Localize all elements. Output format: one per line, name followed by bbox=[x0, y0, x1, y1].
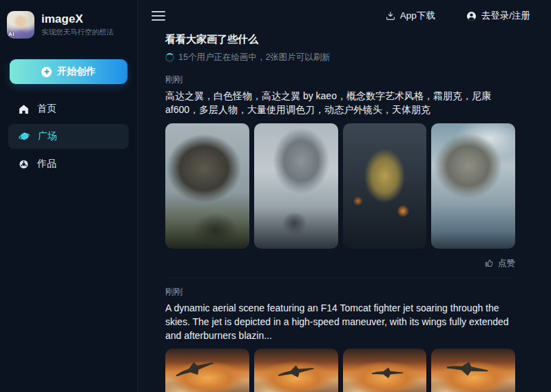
plus-circle-icon bbox=[41, 67, 52, 77]
main-area: App下载 去登录/注册 看看大家画了些什么 15个用户正在绘画中，2张图片可以… bbox=[138, 0, 551, 392]
brand: AI imageX 实现您天马行空的想法 bbox=[0, 7, 137, 41]
feed: 看看大家画了些什么 15个用户正在绘画中，2张图片可以刷新 刚刚 高达之翼，白色… bbox=[138, 32, 551, 392]
planet-icon bbox=[18, 130, 30, 143]
user-icon bbox=[466, 10, 477, 22]
post-image-grid bbox=[165, 349, 515, 392]
download-icon bbox=[385, 10, 396, 21]
post-prompt: 高达之翼，白色怪物，高达之翼 by kaeo，概念数字艺术风格，霜朋克，尼康 a… bbox=[165, 90, 515, 117]
sidebar-item-label: 首页 bbox=[37, 103, 56, 115]
feed-post: 刚刚 A dynamic aerial scene featuring an F… bbox=[165, 278, 515, 392]
generated-image[interactable] bbox=[254, 123, 338, 249]
home-icon bbox=[18, 103, 30, 115]
sidebar-item-home[interactable]: 首页 bbox=[8, 96, 129, 121]
menu-icon[interactable] bbox=[152, 11, 165, 21]
generated-image[interactable] bbox=[165, 123, 249, 249]
generated-image[interactable] bbox=[254, 349, 338, 392]
sidebar-item-label: 作品 bbox=[37, 158, 56, 170]
feed-post: 刚刚 高达之翼，白色怪物，高达之翼 by kaeo，概念数字艺术风格，霜朋克，尼… bbox=[165, 74, 515, 269]
topbar: App下载 去登录/注册 bbox=[138, 0, 551, 32]
login-register-button[interactable]: 去登录/注册 bbox=[466, 10, 530, 22]
generated-image[interactable] bbox=[431, 349, 515, 392]
sidebar-item-works[interactable]: 作品 bbox=[8, 152, 129, 176]
works-icon bbox=[18, 158, 30, 170]
status-row: 15个用户正在绘画中，2张图片可以刷新 bbox=[165, 52, 515, 63]
generated-image[interactable] bbox=[343, 123, 427, 249]
ai-badge: AI bbox=[8, 31, 14, 37]
sidebar-item-label: 广场 bbox=[38, 130, 57, 143]
app-download-label: App下载 bbox=[400, 10, 435, 22]
page-title: 看看大家画了些什么 bbox=[165, 33, 515, 46]
post-timestamp: 刚刚 bbox=[165, 287, 515, 298]
post-image-grid bbox=[165, 123, 515, 249]
post-timestamp: 刚刚 bbox=[165, 74, 515, 86]
sidebar: AI imageX 实现您天马行空的想法 开始创作 首页 广场 bbox=[0, 0, 138, 392]
generated-image[interactable] bbox=[431, 123, 515, 249]
login-register-label: 去登录/注册 bbox=[481, 10, 530, 22]
loading-spinner-icon bbox=[165, 53, 174, 62]
post-prompt: A dynamic aerial scene featuring an F14 … bbox=[165, 302, 515, 343]
thumbs-up-icon bbox=[484, 258, 494, 268]
start-create-button[interactable]: 开始创作 bbox=[10, 59, 127, 84]
app-name: imageX bbox=[41, 12, 114, 26]
like-button[interactable]: 点赞 bbox=[165, 258, 515, 269]
app-logo-avatar: AI bbox=[7, 11, 34, 39]
sidebar-nav: 首页 广场 作品 bbox=[0, 96, 137, 176]
generated-image[interactable] bbox=[343, 349, 427, 392]
status-text: 15个用户正在绘画中，2张图片可以刷新 bbox=[178, 52, 331, 63]
sidebar-item-square[interactable]: 广场 bbox=[8, 124, 129, 149]
start-create-label: 开始创作 bbox=[57, 65, 96, 78]
app-tagline: 实现您天马行空的想法 bbox=[41, 28, 114, 37]
app-download-button[interactable]: App下载 bbox=[385, 10, 435, 22]
like-label: 点赞 bbox=[498, 258, 515, 269]
generated-image[interactable] bbox=[165, 349, 249, 392]
